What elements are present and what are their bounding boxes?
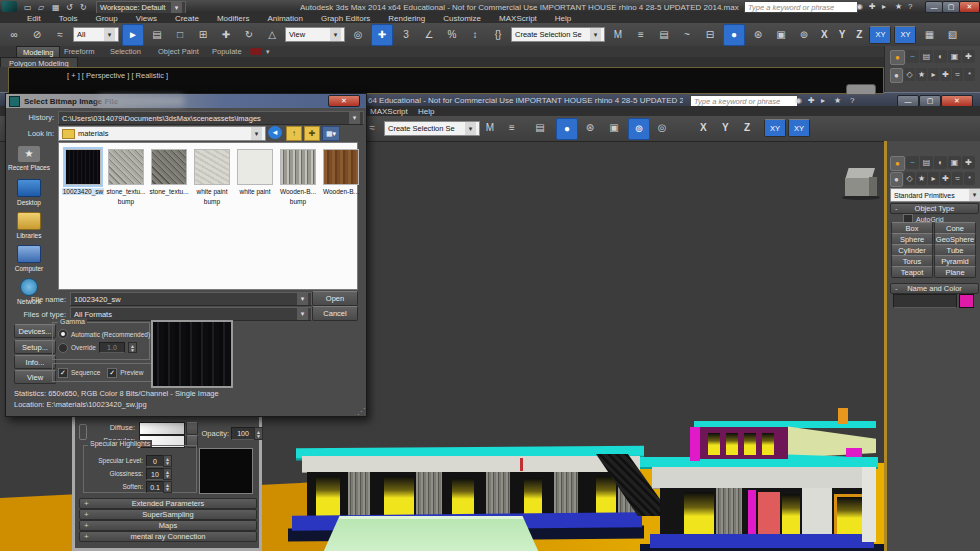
- undo-icon[interactable]: ↺: [66, 3, 73, 12]
- ribbon-tab-object-paint[interactable]: Object Paint: [152, 46, 205, 57]
- radio-icon[interactable]: [58, 343, 68, 353]
- tab-utilities-icon[interactable]: ✚: [962, 50, 975, 63]
- dialog-close-button[interactable]: ✕: [328, 95, 360, 107]
- devices-button[interactable]: Devices...: [14, 324, 56, 338]
- menu-maxscript[interactable]: MAXScript: [490, 14, 546, 23]
- select-and-scale-icon[interactable]: △: [262, 25, 282, 45]
- help-icon[interactable]: ?: [850, 96, 854, 105]
- primitive-category-dropdown[interactable]: Standard Primitives: [890, 188, 980, 202]
- named-selection-set-dropdown[interactable]: Create Selection Se: [384, 121, 480, 136]
- menu-modifiers[interactable]: Modifiers: [208, 14, 258, 23]
- dropdown-arrow-icon[interactable]: [590, 28, 601, 41]
- open-button[interactable]: Open: [312, 291, 358, 306]
- angle-snap-icon[interactable]: ∠: [419, 25, 439, 45]
- dropdown-arrow-icon[interactable]: [171, 2, 182, 13]
- tab-hierarchy-icon[interactable]: ▤: [920, 156, 933, 169]
- dropdown-arrow-icon[interactable]: [297, 293, 308, 305]
- subtab-spacewarps-icon[interactable]: ≈: [952, 68, 963, 81]
- 3dsmax-logo-icon[interactable]: [2, 1, 17, 12]
- menu-customize[interactable]: Customize: [434, 14, 490, 23]
- tab-display-icon[interactable]: ▣: [948, 50, 961, 63]
- history-dropdown[interactable]: C:\Users\0314079\Documents\3dsMax\scenea…: [58, 111, 364, 125]
- place-recent[interactable]: ★ Recent Places: [6, 146, 52, 171]
- spinner-icon[interactable]: [163, 455, 172, 467]
- subtab-geometry-icon[interactable]: ●: [890, 172, 903, 187]
- dropdown-arrow-icon[interactable]: [465, 122, 476, 135]
- primitive-teapot-button[interactable]: Teapot: [891, 266, 933, 278]
- xy-plane-button[interactable]: XY: [764, 119, 786, 137]
- tab-create-icon[interactable]: ●: [890, 50, 905, 65]
- bind-to-spacewarp-icon[interactable]: ≈: [50, 25, 70, 45]
- subtab-helpers-icon[interactable]: ✚: [940, 68, 951, 81]
- glossiness-value[interactable]: 10: [146, 468, 164, 480]
- menu-tools[interactable]: Tools: [50, 14, 87, 23]
- subtab-lights-icon[interactable]: ★: [916, 172, 927, 185]
- rollout-maps[interactable]: + Maps: [79, 520, 257, 531]
- window-grip[interactable]: [846, 84, 876, 95]
- layer-manager-icon[interactable]: ▤: [654, 25, 674, 45]
- material-editor-icon[interactable]: ●: [723, 24, 745, 46]
- redo-icon[interactable]: ↻: [80, 3, 87, 12]
- file-item[interactable]: white paint: [234, 147, 276, 198]
- filetype-dropdown[interactable]: All Formats: [70, 307, 312, 321]
- rollout-mental-ray[interactable]: + mental ray Connection: [79, 531, 257, 542]
- gamma-override-value[interactable]: 1.0: [99, 342, 125, 353]
- select-and-move-icon[interactable]: ✚: [216, 25, 236, 45]
- menu-views[interactable]: Views: [127, 14, 166, 23]
- place-computer[interactable]: Computer: [6, 245, 52, 272]
- tab-hierarchy-icon[interactable]: ▤: [920, 50, 933, 63]
- dropdown-arrow-icon[interactable]: [104, 28, 115, 41]
- spinner-snap-icon[interactable]: ↕: [465, 25, 485, 45]
- mirror-icon[interactable]: M: [480, 118, 500, 138]
- menu-help[interactable]: Help: [546, 14, 580, 23]
- dropdown-arrow-icon[interactable]: [251, 127, 262, 140]
- dropdown-arrow-icon[interactable]: [297, 308, 308, 320]
- reference-coordinate-dropdown[interactable]: View: [285, 27, 345, 42]
- render-setup-icon[interactable]: ⊛: [580, 118, 600, 138]
- lookin-dropdown[interactable]: materials: [58, 126, 266, 141]
- cancel-button[interactable]: Cancel: [312, 306, 358, 321]
- tools-icon[interactable]: ✚: [808, 96, 815, 105]
- resize-grip-icon[interactable]: ⋰: [357, 407, 365, 416]
- view-menu-icon[interactable]: ▦▾: [322, 126, 340, 141]
- mirror-icon[interactable]: M: [608, 25, 628, 45]
- new-file-icon[interactable]: ▭: [24, 3, 32, 12]
- file-item[interactable]: Wooden-B...: [320, 147, 362, 198]
- subtab-systems-icon[interactable]: *: [964, 68, 975, 81]
- soften-value[interactable]: 0.1: [146, 481, 164, 493]
- align-icon[interactable]: ≡: [631, 25, 651, 45]
- dialog-titlebar[interactable]: Select Bitmap Image File ✕: [6, 94, 366, 108]
- ribbon-options-arrow-icon[interactable]: ▾: [266, 48, 270, 56]
- menu-help[interactable]: Help: [418, 107, 434, 116]
- array-icon[interactable]: ▧: [942, 25, 962, 45]
- view-button[interactable]: View: [14, 370, 56, 384]
- render-production-icon[interactable]: ⊚: [628, 118, 650, 140]
- file-item[interactable]: 10023420_sw: [62, 147, 104, 198]
- spinner-icon[interactable]: [254, 427, 263, 440]
- window1-minimize-button[interactable]: —: [925, 1, 943, 13]
- layer-manager-icon[interactable]: ▤: [530, 118, 550, 138]
- curve-editor-icon[interactable]: ~: [677, 25, 697, 45]
- menu-edit[interactable]: Edit: [18, 14, 50, 23]
- radio-icon[interactable]: [58, 329, 68, 339]
- dropdown-arrow-icon[interactable]: [349, 112, 360, 124]
- snapshot-icon[interactable]: ▦: [919, 25, 939, 45]
- menu-rendering[interactable]: Rendering: [379, 14, 434, 23]
- window1-search-input[interactable]: Type a keyword or phrase: [744, 1, 858, 13]
- place-desktop[interactable]: Desktop: [6, 179, 52, 206]
- select-object-icon[interactable]: ►: [122, 24, 144, 46]
- tab-create-icon[interactable]: ●: [890, 156, 905, 171]
- gamma-override-option[interactable]: Override 1.0: [58, 342, 137, 353]
- setup-button[interactable]: Setup...: [14, 340, 56, 354]
- viewport1[interactable]: [ + ] [ Perspective ] [ Realistic ]: [8, 67, 884, 94]
- filename-input[interactable]: 10023420_sw: [70, 292, 312, 306]
- tab-modify-icon[interactable]: ~: [906, 50, 919, 63]
- subtab-lights-icon[interactable]: ★: [916, 68, 927, 81]
- window1-maximize-button[interactable]: ▢: [942, 1, 960, 13]
- y-constraint-button[interactable]: Y: [835, 29, 850, 40]
- rollout-name-and-color[interactable]: - Name and Color: [890, 283, 979, 294]
- selection-filter-dropdown[interactable]: All: [73, 27, 119, 42]
- sequence-checkbox[interactable]: [58, 368, 68, 378]
- spinner-icon[interactable]: [163, 481, 172, 493]
- snap-3d-icon[interactable]: 3: [396, 25, 416, 45]
